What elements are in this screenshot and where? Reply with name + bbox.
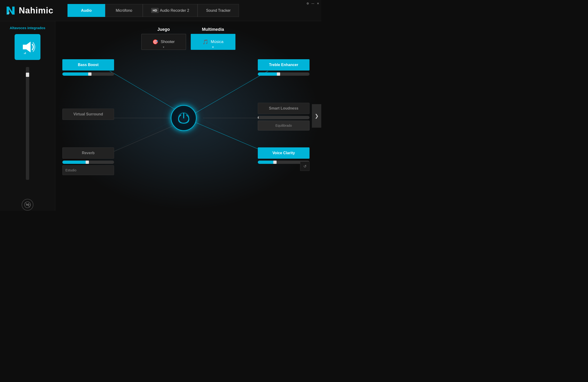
- reverb-preset-value: Estudio: [65, 168, 76, 172]
- scroll-right-button[interactable]: ❯: [312, 104, 321, 128]
- treble-enhancer-label: Treble Enhancer: [269, 63, 298, 67]
- shooter-icon: 🎯: [152, 39, 158, 45]
- chevron-down-icon-musica: ▼: [212, 46, 214, 48]
- reverb-label: Reverb: [82, 151, 95, 155]
- svg-line-11: [191, 71, 268, 116]
- nav-tabs: Audio Micrófono HD Audio Recorder 2 Soun…: [67, 4, 239, 17]
- mute-button[interactable]: [22, 199, 33, 211]
- tab-audio[interactable]: Audio: [67, 4, 105, 17]
- profile-group-multimedia-label: Multimedia: [202, 27, 224, 32]
- close-button[interactable]: ✕: [316, 1, 320, 6]
- sidebar-label: Altavoces integrados: [10, 26, 45, 30]
- bass-boost-label: Bass Boost: [78, 63, 99, 67]
- reset-icon: ↺: [303, 164, 306, 169]
- reverb-button[interactable]: Reverb: [62, 147, 114, 159]
- volume-thumb: [26, 73, 29, 77]
- profile-group-juego-label: Juego: [157, 27, 170, 32]
- bass-boost-card: Bass Boost: [62, 59, 114, 76]
- reverb-card: Reverb Estudio: [62, 147, 114, 175]
- reverb-preset: Estudio: [62, 165, 114, 175]
- bass-boost-button[interactable]: Bass Boost: [62, 59, 114, 71]
- bass-boost-slider[interactable]: [62, 72, 114, 76]
- volume-slider[interactable]: [26, 67, 29, 197]
- virtual-surround-button[interactable]: Virtual Surround: [62, 109, 114, 120]
- profile-group-multimedia: Multimedia 🎵 Música ▼: [191, 27, 235, 50]
- voice-clarity-button[interactable]: Voice Clarity: [258, 147, 310, 159]
- tab-sound-tracker[interactable]: Sound Tracker: [198, 4, 239, 17]
- svg-line-15: [191, 120, 268, 153]
- header: Nahimic Audio Micrófono HD Audio Recorde…: [0, 0, 321, 21]
- settings-button[interactable]: ⚙: [305, 1, 310, 6]
- smart-loudness-dropdown[interactable]: Equilibrado: [258, 121, 310, 130]
- smart-loudness-label: Smart Loudness: [269, 106, 298, 110]
- reverb-slider[interactable]: [62, 161, 114, 164]
- svg-marker-3: [23, 42, 31, 52]
- treble-enhancer-slider[interactable]: [258, 72, 310, 76]
- smart-loudness-button[interactable]: Smart Loudness: [258, 103, 310, 114]
- svg-rect-5: [25, 52, 26, 54]
- logo-icon: [5, 5, 17, 17]
- effects-area: Bass Boost Treble Enhancer Virtual Sur: [55, 52, 321, 184]
- virtual-surround-label: Virtual Surround: [73, 112, 103, 116]
- logo: Nahimic: [5, 5, 53, 17]
- hd-badge: HD: [151, 8, 159, 13]
- musica-label: Música: [211, 40, 223, 44]
- tab-microfono[interactable]: Micrófono: [105, 4, 143, 17]
- music-icon: 🎵: [203, 39, 208, 45]
- treble-enhancer-button[interactable]: Treble Enhancer: [258, 59, 310, 71]
- profile-btn-musica[interactable]: 🎵 Música ▼: [191, 34, 235, 50]
- shooter-label: Shooter: [161, 40, 175, 44]
- minimize-button[interactable]: —: [311, 1, 315, 6]
- svg-rect-1: [7, 13, 8, 14]
- voice-clarity-label: Voice Clarity: [272, 151, 295, 155]
- tab-hd-recorder[interactable]: HD Audio Recorder 2: [143, 4, 198, 17]
- smart-loudness-card: Smart Loudness Equilibrado: [258, 103, 310, 130]
- voice-clarity-card: Voice Clarity ↺: [258, 147, 310, 164]
- profile-section: Juego 🎯 Shooter ▼ Multimedia 🎵 Música ▼: [55, 21, 321, 50]
- smart-loudness-slider[interactable]: [258, 116, 310, 119]
- treble-enhancer-card: Treble Enhancer: [258, 59, 310, 76]
- speaker-icon[interactable]: [15, 34, 41, 60]
- smart-loudness-dropdown-value: Equilibrado: [275, 124, 292, 127]
- sidebar: Altavoces integrados: [0, 21, 55, 211]
- profile-btn-shooter[interactable]: 🎯 Shooter ▼: [141, 34, 186, 50]
- svg-rect-4: [24, 53, 25, 54]
- svg-rect-2: [9, 12, 9, 14]
- profile-group-juego: Juego 🎯 Shooter ▼: [141, 27, 186, 50]
- reset-button[interactable]: ↺: [300, 161, 310, 171]
- svg-line-8: [29, 204, 30, 206]
- main-content: Juego 🎯 Shooter ▼ Multimedia 🎵 Música ▼: [55, 21, 321, 211]
- volume-track: [26, 67, 29, 180]
- chevron-down-icon: ▼: [163, 46, 165, 48]
- virtual-surround-card: Virtual Surround: [62, 109, 114, 122]
- power-button[interactable]: [171, 105, 197, 131]
- logo-text: Nahimic: [19, 6, 53, 16]
- chevron-right-icon: ❯: [315, 113, 319, 119]
- title-bar: ⚙ — ✕: [302, 0, 321, 7]
